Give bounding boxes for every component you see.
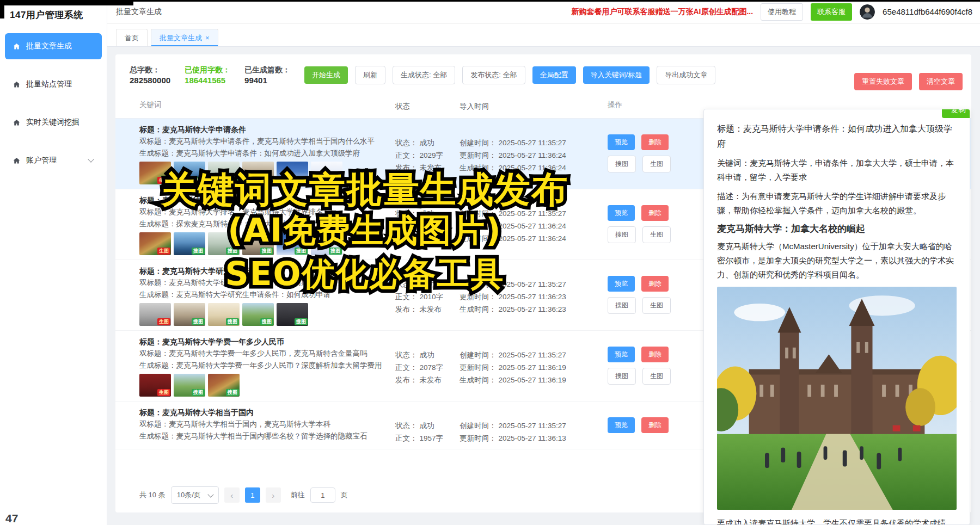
article-preview-panel: 复制 标题：麦克马斯特大学申请条件：如何成功进入加拿大顶级学府 关键词：麦克马斯… bbox=[703, 109, 970, 525]
article-dual-title: 双标题：麦克马斯特大学相当于国内，麦克马斯特大学本科 bbox=[139, 418, 395, 430]
stat-total-words: 总字数： 282580000 bbox=[130, 64, 170, 86]
article-thumbnail[interactable]: 搜图 bbox=[242, 232, 274, 255]
tab-batch-article-generation[interactable]: 批量文章生成 × bbox=[151, 29, 218, 46]
tutorial-button[interactable]: 使用教程 bbox=[761, 3, 803, 21]
article-thumbnail[interactable]: 搜图 bbox=[174, 162, 205, 184]
page-number-button[interactable]: 1 bbox=[245, 487, 260, 503]
thumbnail-badge-search: 搜图 bbox=[192, 177, 205, 184]
refresh-button[interactable]: 刷新 bbox=[355, 66, 385, 84]
generate-image-button[interactable]: 生图 bbox=[642, 226, 671, 243]
copy-button[interactable]: 复制 bbox=[942, 109, 970, 118]
article-thumbnail[interactable]: 搜图 bbox=[208, 232, 240, 255]
preview-button[interactable]: 预览 bbox=[608, 134, 635, 150]
contact-support-button[interactable]: 联系客服 bbox=[811, 3, 852, 21]
article-thumbnail[interactable]: 搜图 bbox=[208, 303, 240, 326]
next-page-button[interactable]: › bbox=[266, 487, 281, 503]
publish-value: 未发布 bbox=[420, 376, 442, 384]
created-value: 2025-05-27 11:35:27 bbox=[499, 280, 566, 288]
user-avatar[interactable] bbox=[860, 4, 875, 20]
clear-articles-button[interactable]: 清空文章 bbox=[919, 73, 963, 90]
thumbnail-badge-search: 搜图 bbox=[295, 318, 308, 325]
thumbnail-badge-generate: 生图 bbox=[157, 177, 170, 184]
preview-button[interactable]: 预览 bbox=[608, 417, 635, 433]
global-config-button[interactable]: 全局配置 bbox=[532, 66, 576, 84]
preview-button[interactable]: 预览 bbox=[608, 205, 635, 221]
delete-button[interactable]: 删除 bbox=[641, 347, 669, 362]
video-artifact-top-line bbox=[0, 0, 980, 2]
created-label: 创建时间： bbox=[460, 209, 497, 218]
reset-failed-button[interactable]: 重置失败文章 bbox=[854, 73, 912, 90]
preview-button[interactable]: 预览 bbox=[608, 276, 635, 292]
close-icon[interactable]: × bbox=[205, 34, 210, 41]
article-thumbnail[interactable]: 搜图 bbox=[242, 303, 274, 326]
sidebar-item-account-management[interactable]: 账户管理 bbox=[5, 147, 102, 174]
publish-label: 发布： bbox=[395, 164, 418, 172]
generate-image-button[interactable]: 生图 bbox=[642, 297, 671, 314]
stat-value: 282580000 bbox=[130, 75, 170, 86]
sidebar-item-batch-article-generation[interactable]: 批量文章生成 bbox=[5, 33, 102, 59]
generate-image-button[interactable]: 生图 bbox=[642, 368, 671, 385]
thumbnail-badge-search: 搜图 bbox=[295, 248, 308, 255]
publish-value: 未发布 bbox=[420, 234, 442, 243]
article-thumbnail[interactable]: 生图 bbox=[139, 374, 171, 397]
article-title: 标题：麦克马斯特大学排名 bbox=[139, 194, 395, 206]
article-thumbnail[interactable]: 生图 bbox=[139, 232, 171, 255]
article-thumbnail[interactable]: 搜图 bbox=[311, 232, 342, 255]
article-thumbnail[interactable]: 搜图 bbox=[208, 374, 240, 397]
article-thumbnail[interactable]: 搜图 bbox=[277, 162, 308, 184]
chevron-down-icon bbox=[88, 156, 94, 162]
created-value: 2025-05-27 11:35:27 bbox=[499, 351, 566, 359]
promo-notice[interactable]: 新购套餐用户可联系客服赠送一万张AI原创生成配图... bbox=[571, 7, 753, 17]
article-generated-title: 生成标题：麦克马斯特大学申请条件：如何成功进入加拿大顶级学府 bbox=[139, 147, 395, 159]
publish-status-filter[interactable]: 发布状态: 全部 bbox=[462, 66, 525, 84]
start-generate-button[interactable]: 开始生成 bbox=[304, 66, 348, 84]
search-image-button[interactable]: 搜图 bbox=[608, 156, 636, 172]
prev-page-button[interactable]: ‹ bbox=[224, 487, 240, 503]
delete-button[interactable]: 删除 bbox=[641, 134, 669, 150]
generate-image-button[interactable]: 生图 bbox=[642, 156, 671, 172]
article-thumbnail[interactable]: 搜图 bbox=[174, 303, 205, 326]
sidebar-item-batch-site-management[interactable]: 批量站点管理 bbox=[5, 71, 102, 97]
article-thumbnail[interactable]: 生图 bbox=[139, 303, 171, 326]
sidebar-item-realtime-keyword-mining[interactable]: 实时关键词挖掘 bbox=[5, 109, 102, 135]
article-generated-title: 生成标题：麦克马斯特大学学费一年多少人民币？深度解析加拿大留学费用 bbox=[139, 360, 395, 372]
delete-button[interactable]: 删除 bbox=[641, 417, 669, 433]
article-thumbnail[interactable]: 生图 bbox=[139, 162, 171, 184]
article-thumbnail[interactable]: 搜图 bbox=[277, 303, 308, 326]
goto-page-input[interactable] bbox=[310, 487, 335, 503]
status-value: 成功 bbox=[420, 422, 434, 430]
tab-home[interactable]: 首页 bbox=[116, 29, 148, 46]
article-thumbnail[interactable]: 搜图 bbox=[277, 232, 308, 255]
article-title: 标题：麦克马斯特大学学费一年多少人民币 bbox=[139, 336, 395, 348]
preview-button[interactable]: 预览 bbox=[608, 347, 635, 362]
import-keywords-button[interactable]: 导入关键词/标题 bbox=[583, 66, 650, 84]
export-success-button[interactable]: 导出成功文章 bbox=[657, 66, 715, 84]
generation-status-filter[interactable]: 生成状态: 全部 bbox=[393, 66, 455, 84]
search-image-button[interactable]: 搜图 bbox=[608, 297, 636, 314]
delete-button[interactable]: 删除 bbox=[641, 276, 669, 292]
thumbnail-badge-search: 搜图 bbox=[260, 177, 273, 184]
thumbnail-badge-search: 搜图 bbox=[260, 248, 273, 255]
status-value: 成功 bbox=[420, 351, 434, 359]
article-thumbnail[interactable]: 搜图 bbox=[208, 162, 240, 184]
thumbnail-badge-search: 搜图 bbox=[226, 389, 239, 396]
thumbnail-badge-generate: 生图 bbox=[157, 248, 170, 255]
page-size-select[interactable]: 10条/页 bbox=[171, 486, 219, 504]
stat-generated-count: 已生成篇数： 99401 bbox=[244, 64, 290, 86]
created-label: 创建时间： bbox=[460, 280, 497, 288]
search-image-button[interactable]: 搜图 bbox=[608, 226, 636, 243]
preview-description: 描述：为有意申请麦克马斯特大学的学生详细讲解申请要求及步骤，帮助你轻松掌握入学条… bbox=[717, 189, 957, 218]
search-image-button[interactable]: 搜图 bbox=[608, 368, 636, 385]
article-thumbnail[interactable]: 搜图 bbox=[311, 162, 342, 184]
article-thumbnail[interactable]: 搜图 bbox=[174, 232, 205, 255]
video-artifact-top-block bbox=[0, 0, 133, 5]
article-generated-title: 生成标题：麦克马斯特大学相当于国内哪些名校？留学选择的隐藏宝石 bbox=[139, 430, 395, 442]
delete-button[interactable]: 删除 bbox=[641, 205, 669, 221]
thumbnail-badge-search: 搜图 bbox=[192, 318, 205, 325]
sidebar-item-label: 批量站点管理 bbox=[26, 79, 72, 89]
sidebar: 147用户管理系统 批量文章生成 批量站点管理 实时关键词挖掘 账户管理 bbox=[0, 0, 107, 525]
preview-bottom-text: 要成功入读麦克马斯特大学，学生不仅需要具备优秀的学术成绩 bbox=[717, 516, 957, 525]
generated-value: 2025-05-27 11:36:19 bbox=[499, 376, 566, 384]
article-thumbnail[interactable]: 搜图 bbox=[242, 162, 274, 184]
article-thumbnail[interactable]: 搜图 bbox=[174, 374, 205, 397]
